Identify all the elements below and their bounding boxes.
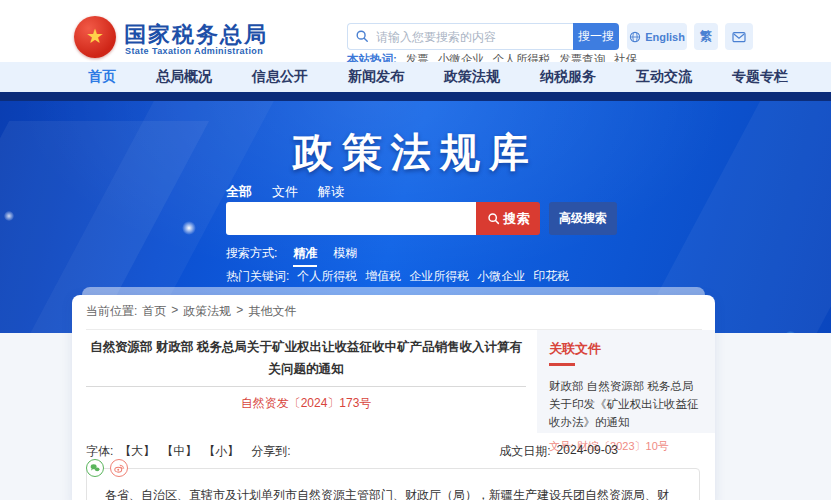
hot-keywords-row: 热门关键词: 个人所得税 增值税 企业所得税 小微企业 印花税 (226, 268, 569, 285)
header-search-input[interactable] (347, 23, 573, 50)
mail-button[interactable] (725, 23, 753, 50)
font-size-label: 字体: (86, 443, 113, 460)
site-header: ★ 国家税务总局 State Taxation Administration 搜… (0, 0, 831, 62)
breadcrumb-policies[interactable]: 政策法规 (183, 303, 231, 320)
advanced-search-button[interactable]: 高级搜索 (549, 202, 617, 235)
nav-item-news[interactable]: 新闻发布 (348, 68, 404, 86)
font-small-button[interactable]: 【小】 (203, 443, 239, 460)
weibo-share-icon[interactable] (110, 459, 128, 477)
nav-bottom-bar (0, 92, 831, 101)
breadcrumb: 当前位置: 首页 > 政策法规 > 其他文件 (86, 303, 702, 330)
english-button[interactable]: English (627, 23, 687, 50)
national-emblem-icon: ★ (74, 16, 116, 58)
site-subtitle: State Taxation Administration (125, 46, 263, 56)
banner-title: 政策法规库 (0, 125, 831, 180)
related-files-panel: 关联文件 财政部 自然资源部 税务总局关于印发《矿业权出让收益征收办法》的通知 … (537, 330, 715, 433)
nav-item-policies[interactable]: 政策法规 (444, 68, 500, 86)
related-title-underline (549, 363, 575, 366)
traditional-chinese-button[interactable]: 繁 (694, 23, 718, 50)
hot-keywords-label: 热门关键词: (226, 268, 289, 285)
policy-search-button[interactable]: 搜索 (476, 202, 540, 235)
share-label: 分享到: (251, 443, 290, 460)
main-nav: 首页 总局概况 信息公开 新闻发布 政策法规 纳税服务 互动交流 专题专栏 (0, 62, 831, 92)
search-icon (487, 212, 500, 225)
article-doc-number: 自然资发〔2024〕173号 (86, 395, 526, 412)
search-icon (355, 29, 369, 43)
header-search-button[interactable]: 搜一搜 (573, 23, 619, 50)
publish-date-label: 成文日期: (499, 443, 550, 460)
breadcrumb-separator: > (236, 303, 243, 320)
wechat-share-icon[interactable] (86, 459, 104, 477)
search-mode-label: 搜索方式: (226, 245, 277, 262)
article-meta-row: 字体: 【大】 【中】 【小】 分享到: 成文日期: 2024-09-03 (86, 443, 618, 460)
nav-item-interaction[interactable]: 互动交流 (636, 68, 692, 86)
content-card: 当前位置: 首页 > 政策法规 > 其他文件 自然资源部 财政部 税务总局关于矿… (72, 295, 715, 500)
breadcrumb-separator: > (171, 303, 178, 320)
nav-item-home[interactable]: 首页 (88, 68, 116, 86)
page: ★ 国家税务总局 State Taxation Administration 搜… (0, 0, 831, 500)
document-body-box: 各省、自治区、直辖市及计划单列市自然资源主管部门、财政厅（局），新疆生产建设兵团… (86, 468, 700, 500)
breadcrumb-home[interactable]: 首页 (142, 303, 166, 320)
keyword-link[interactable]: 企业所得税 (409, 268, 469, 285)
keyword-link[interactable]: 个人所得税 (297, 268, 357, 285)
nav-item-tax-services[interactable]: 纳税服务 (540, 68, 596, 86)
share-buttons (86, 459, 128, 477)
keyword-link[interactable]: 印花税 (533, 268, 569, 285)
keyword-link[interactable]: 增值税 (365, 268, 401, 285)
keyword-link[interactable]: 小微企业 (477, 268, 525, 285)
document-body-text: 各省、自治区、直辖市及计划单列市自然资源主管部门、财政厅（局），新疆生产建设兵团… (87, 469, 699, 500)
related-files-title: 关联文件 (549, 340, 703, 358)
globe-icon (629, 31, 641, 43)
mode-fuzzy[interactable]: 模糊 (333, 245, 357, 265)
search-mode-row: 搜索方式: 精准 模糊 (226, 245, 357, 267)
article-title: 自然资源部 财政部 税务总局关于矿业权出让收益征收中矿产品销售收入计算有关问题的… (86, 336, 526, 380)
glow-dot (182, 221, 196, 235)
font-large-button[interactable]: 【大】 (119, 443, 155, 460)
breadcrumb-current: 其他文件 (248, 303, 296, 320)
nav-item-special-topics[interactable]: 专题专栏 (732, 68, 788, 86)
nav-item-info-disclosure[interactable]: 信息公开 (252, 68, 308, 86)
mail-icon (732, 31, 746, 43)
glow-dot (4, 211, 14, 221)
header-search: 搜一搜 (347, 23, 619, 50)
title-divider (86, 386, 526, 387)
breadcrumb-label: 当前位置: (86, 303, 137, 320)
related-file-link[interactable]: 财政部 自然资源部 税务总局关于印发《矿业权出让收益征收办法》的通知 (549, 377, 703, 431)
policy-search: 搜索 高级搜索 (226, 202, 617, 235)
policy-search-input[interactable] (226, 202, 476, 235)
publish-date: 2024-09-03 (557, 443, 618, 460)
font-medium-button[interactable]: 【中】 (161, 443, 197, 460)
mode-precise[interactable]: 精准 (293, 245, 317, 267)
nav-item-overview[interactable]: 总局概况 (156, 68, 212, 86)
